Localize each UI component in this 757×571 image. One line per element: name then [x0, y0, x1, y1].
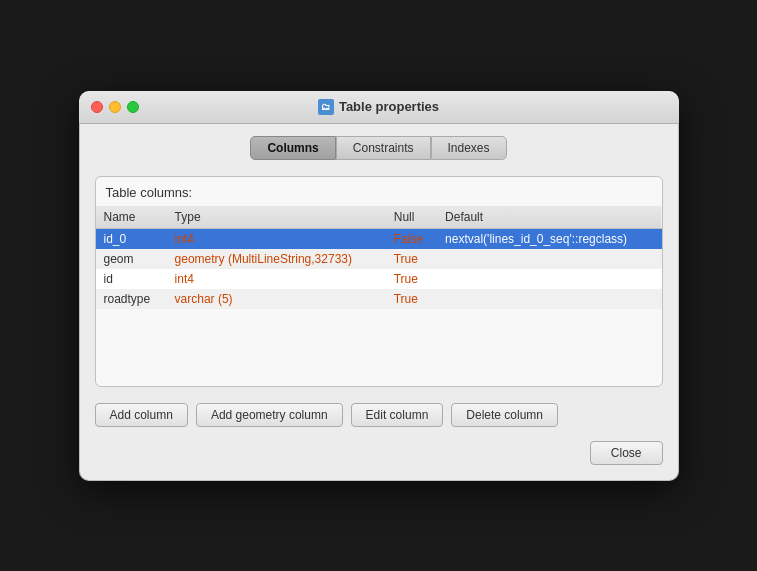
window-icon: 🗂 [318, 99, 334, 115]
table-row[interactable]: geom geometry (MultiLineString,32733) Tr… [96, 249, 662, 269]
window-title: Table properties [339, 99, 439, 114]
window-content: Columns Constraints Indexes Table column… [79, 124, 679, 481]
table-row[interactable]: id int4 True [96, 269, 662, 289]
maximize-window-button[interactable] [127, 101, 139, 113]
add-geometry-column-button[interactable]: Add geometry column [196, 403, 343, 427]
table-header: Name Type Null Default [96, 206, 662, 229]
cell-type: int4 [167, 269, 386, 289]
cell-null: False [386, 228, 437, 249]
cell-null: True [386, 289, 437, 309]
cell-type: varchar (5) [167, 289, 386, 309]
col-header-null: Null [386, 206, 437, 229]
add-column-button[interactable]: Add column [95, 403, 188, 427]
action-buttons: Add column Add geometry column Edit colu… [95, 403, 663, 427]
traffic-lights [91, 101, 139, 113]
cell-name: id [96, 269, 167, 289]
cell-default [437, 269, 661, 289]
cell-name: roadtype [96, 289, 167, 309]
tab-bar: Columns Constraints Indexes [95, 136, 663, 160]
table-scroll-area[interactable]: Name Type Null Default id_0 int4 False n… [96, 206, 662, 386]
close-window-button[interactable] [91, 101, 103, 113]
cell-name: geom [96, 249, 167, 269]
tab-indexes[interactable]: Indexes [431, 136, 507, 160]
titlebar: 🗂 Table properties [79, 91, 679, 124]
cell-default [437, 289, 661, 309]
table-body: id_0 int4 False nextval('lines_id_0_seq'… [96, 228, 662, 309]
table-section: Table columns: Name Type Null Default id… [95, 176, 663, 387]
tab-constraints[interactable]: Constraints [336, 136, 431, 160]
cell-null: True [386, 269, 437, 289]
close-row: Close [95, 441, 663, 465]
col-header-name: Name [96, 206, 167, 229]
col-header-type: Type [167, 206, 386, 229]
table-section-label: Table columns: [96, 177, 662, 206]
minimize-window-button[interactable] [109, 101, 121, 113]
cell-name: id_0 [96, 228, 167, 249]
columns-table: Name Type Null Default id_0 int4 False n… [96, 206, 662, 309]
close-button[interactable]: Close [590, 441, 663, 465]
cell-null: True [386, 249, 437, 269]
col-header-default: Default [437, 206, 661, 229]
main-window: 🗂 Table properties Columns Constraints I… [79, 91, 679, 481]
table-row[interactable]: id_0 int4 False nextval('lines_id_0_seq'… [96, 228, 662, 249]
tab-columns[interactable]: Columns [250, 136, 335, 160]
window-title-area: 🗂 Table properties [318, 99, 439, 115]
delete-column-button[interactable]: Delete column [451, 403, 558, 427]
table-row[interactable]: roadtype varchar (5) True [96, 289, 662, 309]
cell-type: int4 [167, 228, 386, 249]
edit-column-button[interactable]: Edit column [351, 403, 444, 427]
cell-default [437, 249, 661, 269]
cell-type: geometry (MultiLineString,32733) [167, 249, 386, 269]
cell-default: nextval('lines_id_0_seq'::regclass) [437, 228, 661, 249]
